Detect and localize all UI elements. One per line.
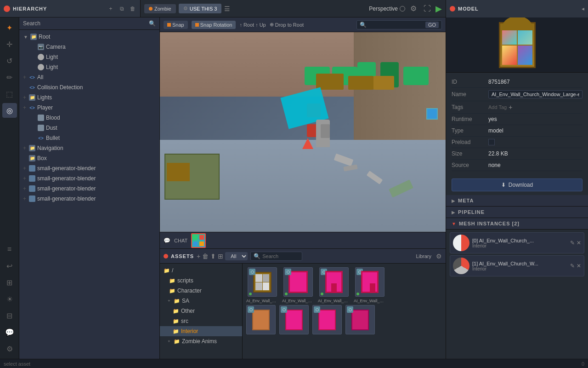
asset-item-row2-1[interactable]: ⬡: [246, 305, 276, 334]
asset-options-button[interactable]: ⚙: [436, 253, 442, 260]
sidebar-icon-move[interactable]: ✛: [2, 37, 17, 52]
asset-search-input[interactable]: [262, 253, 299, 259]
mesh-name-1: [1] AI_Env_Wall_Church_W...: [472, 261, 567, 266]
hierarchy-panel: Search 🔍 ▼ 📁 Root 📷 Camera Light: [19, 17, 160, 359]
delete-asset-button[interactable]: 🗑: [202, 253, 209, 260]
model-collapse-icon[interactable]: ◂: [582, 6, 584, 12]
asset-filter-select[interactable]: All: [225, 252, 248, 260]
asset-item-pink-door1[interactable]: ⬡ AI_Env_Wall_Pink_BlockedDoor_01-export…: [318, 267, 350, 303]
sidebar-icon-rotate[interactable]: ↺: [2, 53, 17, 68]
asset-item-row2-2[interactable]: ⬡: [279, 305, 309, 334]
mesh-edit-button-0[interactable]: ✎: [570, 240, 575, 246]
add-lights-icon[interactable]: +: [23, 94, 26, 101]
prop-name-input[interactable]: [488, 90, 582, 98]
asset-tree-character[interactable]: 📁 Character: [160, 286, 242, 296]
snap-rotation-button[interactable]: Snap Rotation: [192, 21, 236, 29]
sidebar-icon-rect[interactable]: ⬚: [2, 86, 17, 101]
folder-scripts-icon: 📁: [169, 278, 175, 284]
sidebar-icon-light[interactable]: ☀: [2, 292, 17, 306]
sidebar-icon-grid[interactable]: ⊞: [2, 275, 17, 290]
asset-search[interactable]: 🔍: [250, 252, 302, 261]
add-gen3-icon[interactable]: +: [23, 185, 26, 192]
sidebar-icon-logo[interactable]: ✦: [2, 20, 17, 35]
delete-hierarchy-button[interactable]: 🗑: [129, 5, 136, 12]
asset-tree-interior[interactable]: 📁 Interior: [160, 326, 242, 336]
sidebar-icon-chat[interactable]: 💬: [2, 325, 17, 339]
asset-tree-sa[interactable]: + 📁 SA: [160, 296, 242, 306]
tree-item-lights[interactable]: + 📁 Lights: [19, 92, 159, 103]
play-button[interactable]: ▶: [435, 4, 442, 14]
add-gen2-icon[interactable]: +: [23, 175, 26, 182]
meta-section-header[interactable]: ▶ META: [446, 195, 588, 207]
viewport-search[interactable]: 🔍 GO: [356, 20, 442, 29]
add-hierarchy-item-button[interactable]: +: [107, 5, 114, 12]
tree-item-box[interactable]: + 📁 Box: [19, 153, 159, 163]
go-button[interactable]: GO: [425, 22, 439, 28]
mesh-delete-button-0[interactable]: ✕: [577, 240, 581, 246]
pipeline-section-header[interactable]: ▶ PIPELINE: [446, 207, 588, 218]
tree-item-gen4[interactable]: + small-generator-blender: [19, 194, 159, 204]
chat-thumbnail[interactable]: [191, 233, 206, 248]
sidebar-icon-edit[interactable]: ✏: [2, 70, 17, 85]
perspective-button[interactable]: Perspective: [369, 6, 405, 12]
snap-button[interactable]: Snap: [164, 21, 188, 29]
sidebar-icon-target[interactable]: ◎: [2, 103, 17, 118]
use-this-tab[interactable]: ⚙ USE THIS 3: [179, 4, 222, 13]
tree-item-dust[interactable]: Dust: [19, 123, 159, 133]
zombie-tab[interactable]: Zombie: [144, 4, 176, 13]
asset-tree-other[interactable]: 📁 Other: [160, 306, 242, 316]
add-player-icon[interactable]: +: [23, 104, 26, 111]
add-gen1-icon[interactable]: +: [23, 165, 26, 172]
sidebar-icon-layers[interactable]: ⊟: [2, 308, 17, 323]
tree-item-light2[interactable]: Light: [19, 62, 159, 72]
drop-to-root-button[interactable]: ⊕ Drop to Root: [270, 22, 304, 28]
asset-item-pink-door2[interactable]: ⬡ AI_Env_Wall_Pink_BlockedDoor_02-export…: [354, 267, 386, 303]
tree-item-gen3[interactable]: + small-generator-blender: [19, 184, 159, 194]
viewport-search-input[interactable]: [368, 22, 424, 28]
download-button[interactable]: ⬇ Download: [452, 178, 582, 191]
asset-tree-scripts[interactable]: 📁 scripts: [160, 276, 242, 286]
asset-tree-root[interactable]: 📁 /: [160, 265, 242, 276]
asset-item-row2-3[interactable]: ⬡: [312, 305, 342, 334]
sidebar-icon-return[interactable]: ↩: [2, 259, 17, 273]
fullscreen-icon[interactable]: ⛶: [422, 3, 433, 14]
viewport-canvas[interactable]: [160, 32, 446, 232]
tree-item-all[interactable]: + <> All: [19, 72, 159, 82]
mesh-delete-button-1[interactable]: ✕: [577, 263, 581, 269]
tree-item-navigation[interactable]: + 📁 Navigation: [19, 143, 159, 153]
window-model-preview: [499, 22, 536, 68]
library-button[interactable]: Library: [416, 253, 431, 259]
tree-item-blood[interactable]: Blood: [19, 113, 159, 123]
tree-item-light1[interactable]: Light: [19, 52, 159, 62]
mesh-instances-section-header[interactable]: ▼ MESH INSTANCES [2]: [446, 218, 588, 230]
hierarchy-search-icon[interactable]: 🔍: [149, 20, 156, 27]
tree-item-player[interactable]: + <> Player: [19, 103, 159, 113]
mesh-edit-button-1[interactable]: ✎: [570, 263, 575, 269]
add-gen4-icon[interactable]: +: [23, 196, 26, 202]
tree-item-bullet[interactable]: <> Bullet: [19, 133, 159, 143]
add-asset-button[interactable]: +: [197, 253, 200, 260]
sidebar-icon-settings[interactable]: ⚙: [2, 341, 17, 356]
asset-item-grey-window[interactable]: ⬡ AI_Env_Wall_Grey_Window_02-exported.js…: [246, 267, 278, 303]
asset-item-row2-4[interactable]: ⬡: [345, 305, 375, 334]
duplicate-hierarchy-button[interactable]: ⧉: [118, 5, 125, 12]
tree-item-camera[interactable]: 📷 Camera: [19, 42, 159, 52]
asset-tree-src[interactable]: 📁 src: [160, 316, 242, 326]
model-properties-table: ID 8751867 Name Tags Add Tag + Runtime y…: [446, 73, 588, 175]
tree-item-collision[interactable]: + <> Collision Detection: [19, 82, 159, 92]
add-tag-button[interactable]: +: [509, 104, 512, 111]
asset-tree-zombie-anims[interactable]: + 📁 Zombie Anims: [160, 336, 242, 346]
root-button[interactable]: ↑ Root ↑ Up: [239, 22, 266, 28]
settings-icon[interactable]: ⚙: [408, 3, 419, 14]
tree-item-gen2[interactable]: + small-generator-blender: [19, 173, 159, 184]
add-all-icon[interactable]: +: [23, 74, 26, 80]
upload-asset-button[interactable]: ⬆: [210, 253, 216, 260]
tree-item-gen1[interactable]: + small-generator-blender: [19, 163, 159, 173]
add-navigation-icon[interactable]: +: [23, 145, 26, 151]
grid-asset-button[interactable]: ⊞: [218, 253, 223, 260]
asset-item-pink-blank[interactable]: ⬡ AI_Env_Wall_Pink_Blank-exported.json: [282, 267, 314, 303]
prop-preload-checkbox[interactable]: [488, 139, 495, 145]
list-icon[interactable]: ☰: [224, 5, 230, 12]
sidebar-icon-menu[interactable]: ≡: [2, 242, 17, 257]
tree-item-root[interactable]: ▼ 📁 Root: [19, 32, 159, 42]
